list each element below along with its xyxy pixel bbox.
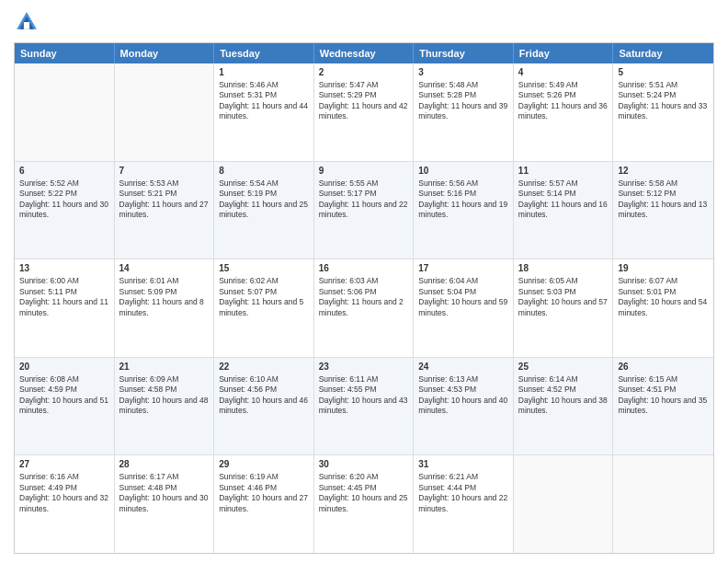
calendar-header: SundayMondayTuesdayWednesdayThursdayFrid… <box>15 43 713 63</box>
calendar-cell-3: 3Sunrise: 5:48 AM Sunset: 5:28 PM Daylig… <box>414 63 514 161</box>
cell-content: Sunrise: 6:11 AM Sunset: 4:55 PM Dayligh… <box>319 374 409 417</box>
cell-content: Sunrise: 6:05 AM Sunset: 5:03 PM Dayligh… <box>518 276 609 318</box>
day-number: 20 <box>19 361 109 373</box>
day-number: 2 <box>319 66 409 79</box>
day-number: 10 <box>418 165 508 178</box>
day-number: 9 <box>319 165 409 178</box>
calendar-cell-12: 12Sunrise: 5:58 AM Sunset: 5:12 PM Dayli… <box>613 162 713 259</box>
day-number: 13 <box>19 262 109 275</box>
calendar-cell-7: 7Sunrise: 5:53 AM Sunset: 5:21 PM Daylig… <box>115 162 215 259</box>
day-number: 16 <box>319 262 409 275</box>
day-number: 22 <box>219 361 309 373</box>
cell-content: Sunrise: 5:58 AM Sunset: 5:12 PM Dayligh… <box>618 178 709 221</box>
calendar-cell-empty-4-6 <box>613 455 713 553</box>
calendar-cell-6: 6Sunrise: 5:52 AM Sunset: 5:22 PM Daylig… <box>15 162 115 259</box>
cell-content: Sunrise: 5:53 AM Sunset: 5:21 PM Dayligh… <box>119 178 210 221</box>
page: SundayMondayTuesdayWednesdayThursdayFrid… <box>0 0 728 563</box>
calendar-cell-21: 21Sunrise: 6:09 AM Sunset: 4:58 PM Dayli… <box>115 358 215 455</box>
cell-content: Sunrise: 6:00 AM Sunset: 5:11 PM Dayligh… <box>19 276 109 318</box>
cell-content: Sunrise: 5:54 AM Sunset: 5:19 PM Dayligh… <box>219 178 309 221</box>
weekday-header-friday: Friday <box>514 43 614 63</box>
day-number: 31 <box>418 458 508 471</box>
cell-content: Sunrise: 6:16 AM Sunset: 4:49 PM Dayligh… <box>19 472 109 514</box>
weekday-header-monday: Monday <box>115 43 215 63</box>
calendar: SundayMondayTuesdayWednesdayThursdayFrid… <box>14 42 714 554</box>
calendar-cell-23: 23Sunrise: 6:11 AM Sunset: 4:55 PM Dayli… <box>314 358 415 455</box>
calendar-row-4: 27Sunrise: 6:16 AM Sunset: 4:49 PM Dayli… <box>15 454 713 553</box>
cell-content: Sunrise: 5:56 AM Sunset: 5:16 PM Dayligh… <box>418 178 508 221</box>
weekday-header-tuesday: Tuesday <box>214 43 314 63</box>
calendar-cell-19: 19Sunrise: 6:07 AM Sunset: 5:01 PM Dayli… <box>613 259 713 357</box>
day-number: 14 <box>119 262 210 275</box>
calendar-cell-9: 9Sunrise: 5:55 AM Sunset: 5:17 PM Daylig… <box>314 162 415 259</box>
day-number: 12 <box>618 165 709 178</box>
calendar-cell-13: 13Sunrise: 6:00 AM Sunset: 5:11 PM Dayli… <box>15 259 115 357</box>
cell-content: Sunrise: 6:08 AM Sunset: 4:59 PM Dayligh… <box>19 374 109 417</box>
calendar-cell-26: 26Sunrise: 6:15 AM Sunset: 4:51 PM Dayli… <box>613 358 713 455</box>
calendar-cell-17: 17Sunrise: 6:04 AM Sunset: 5:04 PM Dayli… <box>414 259 514 357</box>
cell-content: Sunrise: 5:57 AM Sunset: 5:14 PM Dayligh… <box>518 178 609 221</box>
cell-content: Sunrise: 5:46 AM Sunset: 5:31 PM Dayligh… <box>219 80 309 122</box>
day-number: 26 <box>618 361 709 373</box>
svg-rect-2 <box>24 22 29 29</box>
calendar-cell-30: 30Sunrise: 6:20 AM Sunset: 4:45 PM Dayli… <box>314 455 415 553</box>
day-number: 4 <box>518 66 609 79</box>
calendar-cell-4: 4Sunrise: 5:49 AM Sunset: 5:26 PM Daylig… <box>514 63 614 161</box>
calendar-cell-24: 24Sunrise: 6:13 AM Sunset: 4:53 PM Dayli… <box>414 358 514 455</box>
day-number: 27 <box>19 458 109 471</box>
day-number: 1 <box>219 66 309 79</box>
day-number: 5 <box>618 66 709 79</box>
header <box>14 9 714 35</box>
day-number: 6 <box>19 165 109 178</box>
day-number: 11 <box>518 165 609 178</box>
logo-icon <box>14 9 40 35</box>
calendar-cell-15: 15Sunrise: 6:02 AM Sunset: 5:07 PM Dayli… <box>214 259 314 357</box>
calendar-cell-28: 28Sunrise: 6:17 AM Sunset: 4:48 PM Dayli… <box>115 455 215 553</box>
calendar-cell-31: 31Sunrise: 6:21 AM Sunset: 4:44 PM Dayli… <box>414 455 514 553</box>
cell-content: Sunrise: 6:14 AM Sunset: 4:52 PM Dayligh… <box>518 374 609 417</box>
calendar-cell-11: 11Sunrise: 5:57 AM Sunset: 5:14 PM Dayli… <box>514 162 614 259</box>
calendar-row-0: 1Sunrise: 5:46 AM Sunset: 5:31 PM Daylig… <box>15 63 713 161</box>
cell-content: Sunrise: 6:17 AM Sunset: 4:48 PM Dayligh… <box>119 472 210 514</box>
day-number: 25 <box>518 361 609 373</box>
calendar-cell-18: 18Sunrise: 6:05 AM Sunset: 5:03 PM Dayli… <box>514 259 614 357</box>
day-number: 21 <box>119 361 210 373</box>
calendar-body: 1Sunrise: 5:46 AM Sunset: 5:31 PM Daylig… <box>15 63 713 553</box>
cell-content: Sunrise: 6:03 AM Sunset: 5:06 PM Dayligh… <box>319 276 409 318</box>
day-number: 30 <box>319 458 409 471</box>
weekday-header-wednesday: Wednesday <box>314 43 415 63</box>
cell-content: Sunrise: 6:20 AM Sunset: 4:45 PM Dayligh… <box>319 472 409 514</box>
day-number: 7 <box>119 165 210 178</box>
calendar-cell-5: 5Sunrise: 5:51 AM Sunset: 5:24 PM Daylig… <box>613 63 713 161</box>
weekday-header-thursday: Thursday <box>414 43 514 63</box>
logo <box>14 9 43 35</box>
day-number: 3 <box>418 66 508 79</box>
calendar-cell-empty-0-1 <box>115 63 215 161</box>
calendar-cell-29: 29Sunrise: 6:19 AM Sunset: 4:46 PM Dayli… <box>214 455 314 553</box>
calendar-cell-16: 16Sunrise: 6:03 AM Sunset: 5:06 PM Dayli… <box>314 259 415 357</box>
cell-content: Sunrise: 6:21 AM Sunset: 4:44 PM Dayligh… <box>418 472 508 514</box>
calendar-cell-10: 10Sunrise: 5:56 AM Sunset: 5:16 PM Dayli… <box>414 162 514 259</box>
day-number: 17 <box>418 262 508 275</box>
calendar-cell-8: 8Sunrise: 5:54 AM Sunset: 5:19 PM Daylig… <box>214 162 314 259</box>
day-number: 23 <box>319 361 409 373</box>
calendar-cell-22: 22Sunrise: 6:10 AM Sunset: 4:56 PM Dayli… <box>214 358 314 455</box>
calendar-cell-25: 25Sunrise: 6:14 AM Sunset: 4:52 PM Dayli… <box>514 358 614 455</box>
cell-content: Sunrise: 5:49 AM Sunset: 5:26 PM Dayligh… <box>518 80 609 122</box>
cell-content: Sunrise: 6:19 AM Sunset: 4:46 PM Dayligh… <box>219 472 309 514</box>
day-number: 18 <box>518 262 609 275</box>
day-number: 24 <box>418 361 508 373</box>
cell-content: Sunrise: 5:52 AM Sunset: 5:22 PM Dayligh… <box>19 178 109 221</box>
cell-content: Sunrise: 5:48 AM Sunset: 5:28 PM Dayligh… <box>418 80 508 122</box>
cell-content: Sunrise: 6:13 AM Sunset: 4:53 PM Dayligh… <box>418 374 508 417</box>
day-number: 29 <box>219 458 309 471</box>
day-number: 8 <box>219 165 309 178</box>
cell-content: Sunrise: 5:51 AM Sunset: 5:24 PM Dayligh… <box>618 80 709 122</box>
cell-content: Sunrise: 6:09 AM Sunset: 4:58 PM Dayligh… <box>119 374 210 417</box>
calendar-cell-empty-4-5 <box>514 455 614 553</box>
day-number: 19 <box>618 262 709 275</box>
cell-content: Sunrise: 6:01 AM Sunset: 5:09 PM Dayligh… <box>119 276 210 318</box>
calendar-cell-20: 20Sunrise: 6:08 AM Sunset: 4:59 PM Dayli… <box>15 358 115 455</box>
calendar-row-3: 20Sunrise: 6:08 AM Sunset: 4:59 PM Dayli… <box>15 357 713 455</box>
cell-content: Sunrise: 5:47 AM Sunset: 5:29 PM Dayligh… <box>319 80 409 122</box>
